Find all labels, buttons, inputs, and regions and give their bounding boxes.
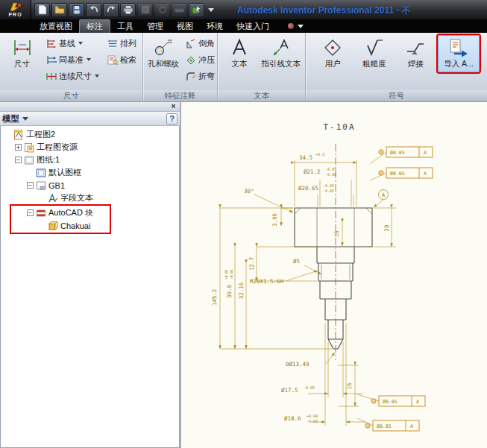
tree-item-drawing-root[interactable]: 工程图2: [1, 128, 179, 141]
panel-label-feature-notes[interactable]: 特征注释: [143, 90, 217, 101]
undo-button[interactable]: [86, 3, 101, 17]
tree-expander[interactable]: −: [27, 209, 34, 216]
surface-texture-button[interactable]: 粗糙度: [355, 35, 394, 72]
tree-item-field-text[interactable]: 字段文本: [1, 192, 179, 204]
panel-label-text[interactable]: 文本: [218, 90, 305, 101]
tab-label: 环境: [207, 21, 223, 32]
print-button[interactable]: [120, 3, 136, 17]
app-window: PRO: [0, 0, 487, 448]
block-instance-icon: [48, 221, 58, 231]
svg-text:30°: 30°: [244, 188, 254, 195]
baseline-dimension-label: 基线: [59, 38, 75, 49]
tab-annotate[interactable]: 标注: [79, 19, 110, 33]
update-button[interactable]: [154, 3, 170, 17]
same-datum-dimension-label: 同基准: [59, 54, 84, 66]
tree-item-title-block-gb1[interactable]: − GB1: [1, 179, 179, 192]
part-outline: [295, 208, 372, 349]
arrange-dimensions-button[interactable]: 排列: [104, 35, 139, 51]
update-icon: [158, 5, 167, 14]
tab-manage[interactable]: 管理: [140, 19, 170, 33]
svg-text:Ø5: Ø5: [293, 258, 300, 265]
retrieve-dimensions-button[interactable]: 检索: [104, 51, 139, 68]
close-browser-button[interactable]: ×: [169, 103, 178, 111]
browser-menu-caret-icon[interactable]: [22, 117, 28, 121]
select-filter-button[interactable]: [189, 3, 204, 17]
redo-button[interactable]: [103, 3, 119, 17]
svg-text:-0.05: -0.05: [325, 167, 336, 171]
save-icon: [72, 5, 81, 14]
qat-customize-caret-icon[interactable]: [208, 8, 214, 12]
weld-symbol-button[interactable]: 焊接: [396, 35, 435, 72]
tab-environments[interactable]: 环境: [200, 19, 230, 33]
iproperties-button[interactable]: [137, 3, 153, 17]
retrieve-dimensions-icon: [107, 55, 118, 65]
svg-text:Ø20.65: Ø20.65: [298, 185, 318, 192]
tree-item-sheet-1[interactable]: − 图纸:1: [1, 154, 179, 166]
surface-texture-icon: [365, 38, 384, 57]
punch-note-label: 冲压: [198, 54, 215, 66]
chain-dimension-button[interactable]: 连续尺寸: [43, 68, 102, 84]
svg-text:A: A: [382, 192, 386, 198]
tree-item-default-border[interactable]: 默认图框: [1, 166, 179, 179]
tree-item-label: GB1: [48, 181, 65, 190]
tree-expander[interactable]: −: [15, 157, 22, 163]
tree-item-label: 默认图框: [48, 167, 81, 178]
default-border-icon: [36, 168, 46, 178]
same-datum-dimension-button[interactable]: 同基准: [43, 51, 102, 68]
bend-note-button[interactable]: 折弯: [183, 68, 218, 84]
dropdown-caret-icon[interactable]: [95, 75, 99, 78]
punch-note-button[interactable]: 冲压: [183, 51, 218, 68]
panel-label-symbols[interactable]: 符号: [306, 90, 487, 101]
user-symbol-button[interactable]: 用户: [313, 35, 352, 72]
panel-feature-notes: 孔和螺纹 倒角 冲压 折弯 特征注释: [143, 33, 218, 101]
arrange-dimensions-icon: [107, 39, 118, 48]
open-button[interactable]: [51, 3, 67, 17]
text-button[interactable]: 文本: [221, 35, 258, 72]
svg-text:A: A: [424, 150, 427, 156]
undo-icon: [89, 5, 99, 14]
user-symbol-icon: [323, 38, 342, 57]
leader-text-button[interactable]: 指引线文本: [260, 35, 303, 72]
chain-dimension-icon: [46, 72, 57, 81]
application-menu-button[interactable]: PRO: [0, 0, 31, 19]
new-file-icon: [38, 4, 47, 15]
ribbon-options: [288, 19, 304, 33]
baseline-dimension-button[interactable]: 基线: [43, 35, 102, 51]
tab-tools[interactable]: 工具: [110, 19, 140, 33]
drawing-canvas[interactable]: T-10A: [181, 102, 487, 448]
chamfer-note-button[interactable]: 倒角: [183, 35, 218, 51]
fcf-frame: Ø0.05 A: [379, 147, 433, 157]
help-button[interactable]: ?: [166, 113, 177, 124]
quick-access-toolbar: [34, 3, 216, 17]
ribbon-tab-bar: 放置视图 标注 工具 管理 视图 环境 快速入门: [0, 19, 487, 33]
measure-button[interactable]: [172, 3, 187, 17]
dimension-texts: 34.5 +0.3 Ø21.2 -0.05 -0.08 Ø20.65 -0.02…: [211, 152, 390, 423]
tree-expander[interactable]: +: [15, 144, 22, 151]
panel-text: 文本 指引线文本 文本: [218, 33, 306, 101]
ribbon-appearance-icon[interactable]: [288, 23, 294, 29]
panel-label-dimension[interactable]: 尺寸: [0, 90, 142, 101]
svg-text:145.2: 145.2: [211, 289, 218, 306]
tree-item-drawing-resources[interactable]: + 工程图资源: [1, 141, 179, 154]
import-autocad-annotations-button[interactable]: 导入 A...: [438, 35, 480, 72]
ribbon-minimize-caret-icon[interactable]: [298, 25, 304, 28]
dropdown-caret-icon[interactable]: [87, 58, 91, 61]
dimension-button[interactable]: 尺寸: [3, 35, 41, 72]
tab-view[interactable]: 视图: [170, 19, 200, 33]
annotation-highlight-box: − AutoCAD 块 Chakuai: [10, 204, 111, 234]
hole-thread-notes-button[interactable]: 孔和螺纹: [146, 35, 180, 72]
tree-item-block-chakuai[interactable]: Chakuai: [11, 219, 110, 232]
bend-note-label: 折弯: [198, 71, 215, 82]
svg-text:M20X1.5-6H: M20X1.5-6H: [250, 278, 284, 285]
tree-expander[interactable]: −: [27, 182, 34, 189]
dropdown-caret-icon[interactable]: [78, 42, 83, 45]
tree-item-autocad-block[interactable]: − AutoCAD 块: [11, 206, 110, 219]
tab-place-views[interactable]: 放置视图: [33, 19, 79, 33]
sheet-icon: [24, 155, 34, 165]
tab-get-started[interactable]: 快速入门: [230, 19, 276, 33]
new-file-button[interactable]: [34, 3, 50, 17]
chamfer-note-label: 倒角: [198, 38, 215, 49]
arrange-dimensions-label: 排列: [120, 38, 136, 49]
save-button[interactable]: [69, 3, 84, 17]
import-icon: [448, 38, 469, 57]
